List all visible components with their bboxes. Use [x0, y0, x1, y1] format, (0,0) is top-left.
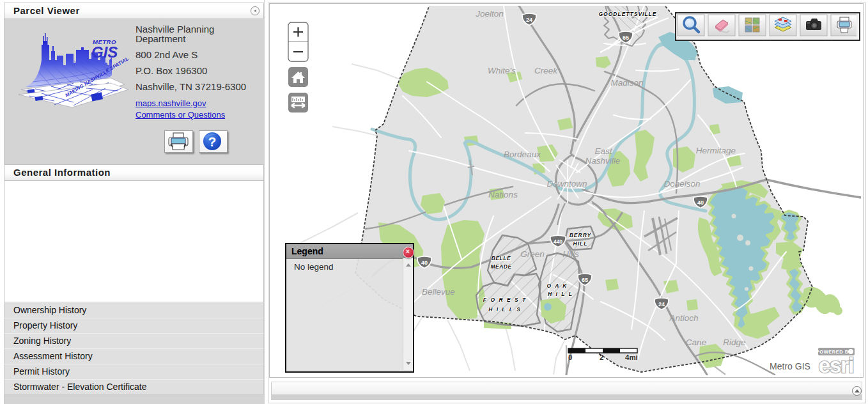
- svg-text:GOODLETTSVILLE: GOODLETTSVILLE: [599, 11, 657, 17]
- svg-text:BELLE: BELLE: [492, 255, 511, 261]
- svg-text:24: 24: [658, 301, 665, 307]
- svg-text:0: 0: [568, 354, 572, 361]
- svg-text:Hills: Hills: [562, 249, 579, 259]
- svg-text:4mi: 4mi: [625, 354, 638, 361]
- svg-text:Bellevue: Bellevue: [422, 287, 455, 297]
- svg-text:Metro GIS: Metro GIS: [770, 361, 810, 371]
- svg-text:Madison: Madison: [610, 78, 643, 88]
- svg-text:Creek: Creek: [534, 66, 558, 75]
- svg-text:H I L L S: H I L L S: [488, 306, 522, 313]
- svg-text:?: ?: [208, 134, 217, 149]
- svg-text:GIS: GIS: [91, 43, 118, 61]
- svg-text:Nashville: Nashville: [585, 156, 621, 166]
- svg-text:Downtown: Downtown: [546, 179, 587, 189]
- svg-text:Antioch: Antioch: [669, 313, 698, 323]
- svg-text:Hermitage: Hermitage: [696, 146, 736, 155]
- svg-text:MEADE: MEADE: [490, 263, 511, 270]
- svg-text:Joelton: Joelton: [475, 9, 504, 19]
- svg-text:East: East: [594, 146, 612, 156]
- svg-text:Ridge: Ridge: [723, 338, 745, 347]
- svg-text:Cane: Cane: [686, 338, 706, 347]
- svg-text:Green: Green: [520, 249, 545, 259]
- svg-text:H I L L: H I L L: [548, 291, 573, 297]
- svg-text:F O R E S T: F O R E S T: [483, 297, 527, 303]
- svg-text:White's: White's: [488, 66, 516, 75]
- svg-text:O A K: O A K: [547, 283, 568, 289]
- svg-text:Bordeaux: Bordeaux: [504, 150, 541, 159]
- svg-text:440: 440: [554, 238, 562, 245]
- svg-text:esri: esri: [819, 354, 854, 375]
- svg-text:HILL: HILL: [573, 240, 588, 247]
- svg-text:BERRY: BERRY: [570, 232, 592, 238]
- svg-text:2: 2: [600, 354, 603, 361]
- svg-text:Donelson: Donelson: [663, 179, 700, 189]
- svg-text:40: 40: [421, 260, 428, 266]
- svg-text:Nations: Nations: [488, 190, 518, 199]
- svg-text:24: 24: [526, 17, 532, 23]
- svg-text:65: 65: [582, 277, 588, 283]
- svg-text:65: 65: [623, 35, 629, 41]
- svg-text:40: 40: [697, 199, 704, 206]
